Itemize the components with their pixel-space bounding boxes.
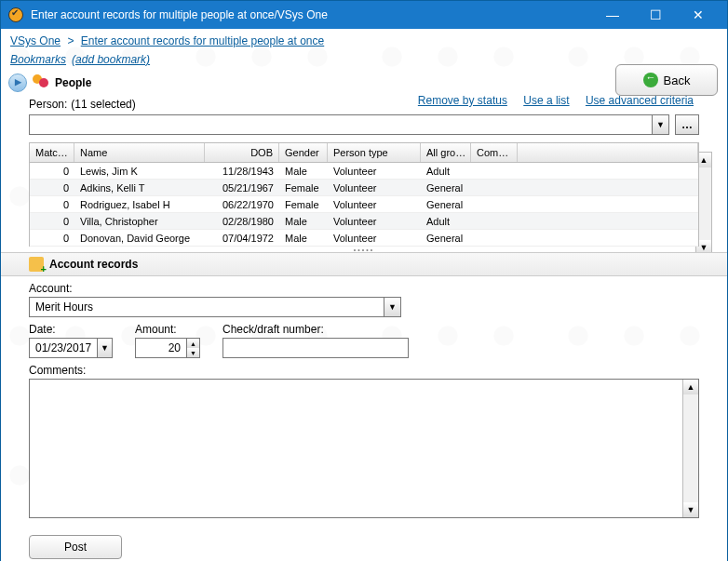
cell-person-type: Volunteer <box>328 216 421 227</box>
cell-name: Donovan, David George <box>74 233 205 244</box>
back-arrow-icon <box>643 73 658 87</box>
cell-gender: Female <box>279 199 328 210</box>
date-input[interactable]: 01/23/2017 ▼ <box>29 338 113 358</box>
post-button[interactable]: Post <box>29 535 122 559</box>
section-nav-icon[interactable] <box>8 73 27 92</box>
cell-person-type: Volunteer <box>328 182 421 194</box>
col-person-type[interactable]: Person type <box>328 143 421 162</box>
cell-dob: 06/22/1970 <box>205 199 279 210</box>
check-number-input[interactable] <box>223 339 408 357</box>
cell-person-type: Volunteer <box>328 233 421 244</box>
use-a-list-link[interactable]: Use a list <box>523 94 569 107</box>
col-gender[interactable]: Gender <box>279 143 328 162</box>
table-row[interactable]: 0Villa, Christopher02/28/1980MaleVolunte… <box>30 213 698 230</box>
people-header-label: People <box>55 76 91 89</box>
amount-label: Amount: <box>135 323 200 336</box>
cell-groups: General <box>421 199 471 210</box>
account-records-icon <box>29 257 44 272</box>
table-row[interactable]: 0Lewis, Jim K11/28/1943MaleVolunteerAdul… <box>30 163 698 180</box>
spin-up-icon[interactable]: ▲ <box>187 339 199 348</box>
close-button[interactable]: ✕ <box>677 1 720 29</box>
person-browse-button[interactable]: … <box>675 114 699 135</box>
minimize-button[interactable]: — <box>591 1 634 29</box>
cell-person-type: Volunteer <box>328 199 421 210</box>
person-search-input[interactable] <box>29 114 653 135</box>
amount-spinner[interactable]: ▲▼ <box>186 339 199 357</box>
spin-down-icon[interactable]: ▼ <box>187 348 199 357</box>
grid-body: 0Lewis, Jim K11/28/1943MaleVolunteerAdul… <box>29 163 699 247</box>
check-number-label: Check/draft number: <box>222 323 409 336</box>
cell-dob: 07/04/1972 <box>205 233 279 244</box>
grid-header: Matc… Name DOB Gender Person type All gr… <box>29 142 699 163</box>
table-row[interactable]: 0Donovan, David George07/04/1972MaleVolu… <box>30 230 698 247</box>
cell-gender: Male <box>279 233 328 244</box>
table-row[interactable]: 0Rodriguez, Isabel H06/22/1970FemaleVolu… <box>30 196 698 213</box>
date-dropdown-icon[interactable]: ▼ <box>97 339 112 357</box>
breadcrumb-separator: > <box>67 34 74 47</box>
cell-gender: Male <box>279 216 328 227</box>
window-title: Enter account records for multiple peopl… <box>31 8 591 21</box>
account-dropdown-icon[interactable]: ▼ <box>384 298 400 316</box>
comments-box: ▲ ▼ <box>29 379 699 518</box>
cell-dob: 11/28/1943 <box>205 166 279 177</box>
breadcrumb-current[interactable]: Enter account records for multiple peopl… <box>81 34 324 47</box>
person-dropdown-button[interactable]: ▼ <box>653 114 669 135</box>
col-groups[interactable]: All gro… <box>421 143 471 162</box>
titlebar[interactable]: Enter account records for multiple peopl… <box>1 1 727 29</box>
add-bookmark-link[interactable]: (add bookmark) <box>72 53 150 66</box>
cell-name: Adkins, Kelli T <box>74 182 205 194</box>
person-links: Remove by status Use a list Use advanced… <box>405 94 694 107</box>
person-count: (11 selected) <box>71 98 135 111</box>
back-button[interactable]: Back <box>615 64 718 96</box>
cell-person-type: Volunteer <box>328 166 421 177</box>
person-label: Person: <box>29 98 67 111</box>
remove-by-status-link[interactable]: Remove by status <box>418 94 507 107</box>
app-window: Enter account records for multiple peopl… <box>0 0 728 561</box>
cell-match: 0 <box>30 182 74 194</box>
cell-groups: Adult <box>421 216 471 227</box>
back-button-label: Back <box>664 73 691 87</box>
col-name[interactable]: Name <box>74 143 205 162</box>
comments-scroll-track[interactable] <box>683 394 698 502</box>
person-combo: ▼ … <box>29 114 699 135</box>
breadcrumb-root[interactable]: VSys One <box>10 34 61 47</box>
cell-groups: General <box>421 182 471 194</box>
people-block: Remove by status Use a list Use advanced… <box>1 94 727 135</box>
cell-name: Lewis, Jim K <box>74 166 205 177</box>
account-label: Account: <box>29 282 699 295</box>
comments-textarea[interactable] <box>30 380 682 517</box>
amount-value: 20 <box>136 341 186 354</box>
table-row[interactable]: 0Adkins, Kelli T05/21/1967FemaleVoluntee… <box>30 180 698 196</box>
maximize-button[interactable]: ☐ <box>634 1 677 29</box>
comments-scrollbar[interactable]: ▲ ▼ <box>682 380 698 517</box>
cell-match: 0 <box>30 233 74 244</box>
col-company[interactable]: Com… <box>471 143 518 162</box>
use-advanced-criteria-link[interactable]: Use advanced criteria <box>586 94 694 107</box>
cell-gender: Female <box>279 182 328 194</box>
bookmarks-link[interactable]: Bookmarks <box>10 53 66 66</box>
col-spacer <box>518 143 698 162</box>
breadcrumb: VSys One > Enter account records for mul… <box>1 29 727 53</box>
cell-groups: General <box>421 233 471 244</box>
col-match[interactable]: Matc… <box>30 143 74 162</box>
people-icon <box>33 74 49 91</box>
comments-scroll-up-icon[interactable]: ▲ <box>683 380 698 394</box>
comments-label: Comments: <box>29 364 699 377</box>
date-value: 01/23/2017 <box>30 341 97 354</box>
cell-dob: 05/21/1967 <box>205 182 279 194</box>
amount-input[interactable]: 20 ▲▼ <box>135 338 200 358</box>
account-records-header: Account records <box>1 252 727 276</box>
comments-scroll-down-icon[interactable]: ▼ <box>683 502 698 517</box>
col-dob[interactable]: DOB <box>205 143 279 162</box>
cell-dob: 02/28/1980 <box>205 216 279 227</box>
app-icon <box>8 7 23 22</box>
cell-match: 0 <box>30 166 74 177</box>
cell-name: Villa, Christopher <box>74 216 205 227</box>
account-select-value: Merit Hours <box>30 301 384 314</box>
date-label: Date: <box>29 323 113 336</box>
account-select[interactable]: Merit Hours ▼ <box>29 297 401 317</box>
account-records-form: Account: Merit Hours ▼ Date: 01/23/2017 … <box>1 276 727 561</box>
cell-match: 0 <box>30 199 74 210</box>
cell-groups: Adult <box>421 166 471 177</box>
cell-match: 0 <box>30 216 74 227</box>
